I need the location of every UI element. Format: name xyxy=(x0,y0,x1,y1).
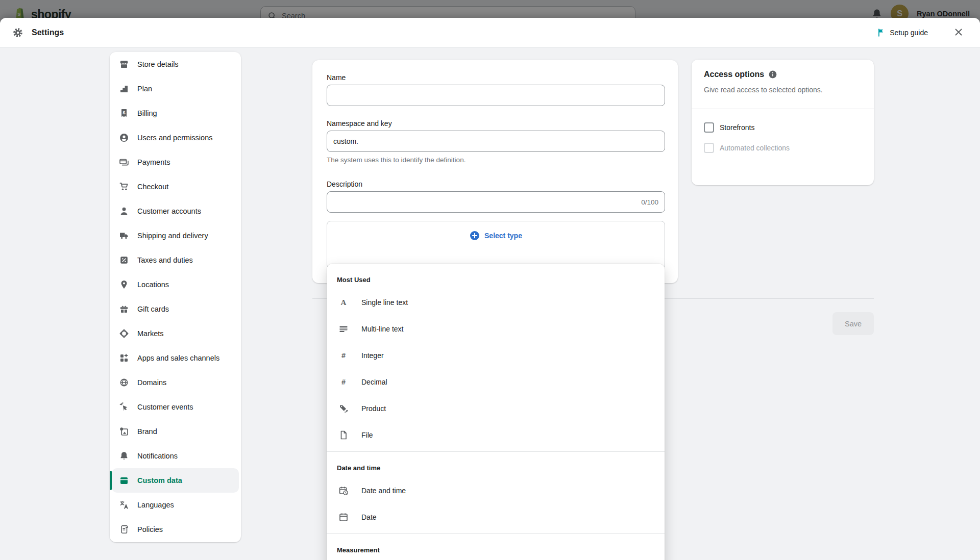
sidebar-item-label: Taxes and duties xyxy=(137,256,193,264)
checkbox-label: Storefronts xyxy=(720,123,754,132)
sidebar-item-label: Plan xyxy=(137,85,152,93)
sidebar-item-locations[interactable]: Locations xyxy=(110,272,241,297)
namespace-label: Namespace and key xyxy=(327,119,665,128)
character-counter: 0/100 xyxy=(641,198,658,206)
type-option-label: Date and time xyxy=(361,487,406,495)
apps-sales-channels-icon xyxy=(119,353,129,363)
sidebar-item-label: Customer accounts xyxy=(137,207,201,215)
sidebar-item-domains[interactable]: Domains xyxy=(110,370,241,395)
notifications-icon xyxy=(119,451,129,461)
sidebar-item-users-and-permissions[interactable]: Users and permissions xyxy=(110,125,241,150)
policies-icon xyxy=(119,524,129,534)
sidebar-item-label: Custom data xyxy=(137,476,182,485)
type-option-product[interactable]: Product xyxy=(327,395,665,422)
sidebar-item-shipping-and-delivery[interactable]: Shipping and delivery xyxy=(110,223,241,248)
type-option-single-line-text[interactable]: ASingle line text xyxy=(327,289,665,316)
checkout-icon xyxy=(119,182,129,192)
access-options-title: Access options xyxy=(704,70,764,79)
namespace-help-text: The system uses this to identify the def… xyxy=(327,156,665,164)
integer-icon: # xyxy=(338,350,349,361)
page-title: Settings xyxy=(32,28,64,37)
sidebar-item-custom-data[interactable]: Custom data xyxy=(112,468,239,493)
multi-line-text-icon xyxy=(338,324,349,334)
sidebar-item-plan[interactable]: Plan xyxy=(110,77,241,101)
sidebar-item-customer-events[interactable]: Customer events xyxy=(110,395,241,419)
store-details-icon xyxy=(119,59,129,69)
sidebar-item-label: Policies xyxy=(137,525,163,533)
sidebar-item-checkout[interactable]: Checkout xyxy=(110,174,241,199)
sidebar-item-taxes-and-duties[interactable]: Taxes and duties xyxy=(110,248,241,272)
sidebar-item-billing[interactable]: $Billing xyxy=(110,101,241,125)
type-select-container: Select type xyxy=(327,221,665,269)
sidebar-item-label: Brand xyxy=(137,427,157,436)
sidebar-item-payments[interactable]: Payments xyxy=(110,150,241,174)
sidebar-item-notifications[interactable]: Notifications xyxy=(110,444,241,468)
single-line-text-icon: A xyxy=(338,297,349,308)
settings-nav: Store detailsPlan$BillingUsers and permi… xyxy=(110,52,241,542)
type-section-header: Measurement xyxy=(327,540,665,559)
sidebar-item-customer-accounts[interactable]: Customer accounts xyxy=(110,199,241,223)
type-option-decimal[interactable]: #Decimal xyxy=(327,369,665,395)
type-option-label: Single line text xyxy=(361,298,408,307)
select-type-button[interactable]: Select type xyxy=(470,231,522,241)
setup-guide-button[interactable]: Setup guide xyxy=(876,28,928,37)
sidebar-item-label: Payments xyxy=(137,158,170,166)
sidebar-item-label: Markets xyxy=(137,329,164,338)
sidebar-item-store-details[interactable]: Store details xyxy=(110,52,241,77)
description-label: Description xyxy=(327,180,665,188)
file-icon xyxy=(338,430,349,440)
access-option-storefronts[interactable]: Storefronts xyxy=(704,120,862,135)
custom-data-icon xyxy=(119,475,129,486)
shipping-delivery-icon xyxy=(119,231,129,241)
save-button[interactable]: Save xyxy=(832,312,874,335)
sidebar-item-languages[interactable]: Languages xyxy=(110,493,241,517)
sidebar-item-label: Users and permissions xyxy=(137,134,212,142)
info-icon[interactable] xyxy=(768,70,777,79)
product-icon xyxy=(338,403,349,414)
sidebar-item-brand[interactable]: Brand xyxy=(110,419,241,444)
close-button[interactable] xyxy=(952,27,965,39)
selected-indicator xyxy=(110,471,112,490)
sidebar-item-label: Domains xyxy=(137,378,166,387)
type-option-integer[interactable]: #Integer xyxy=(327,342,665,369)
checkbox-label: Automated collections xyxy=(720,144,790,152)
brand-icon xyxy=(119,426,129,437)
type-option-multi-line-text[interactable]: Multi-line text xyxy=(327,316,665,342)
sidebar-item-label: Customer events xyxy=(137,403,193,411)
access-option-automated-collections: Automated collections xyxy=(704,141,862,155)
users-permissions-icon xyxy=(119,133,129,143)
type-section-date-and-time: Date and timeDate and timeDate xyxy=(327,451,665,533)
gear-icon xyxy=(12,27,23,38)
type-option-date[interactable]: Date xyxy=(327,504,665,530)
type-option-label: File xyxy=(361,431,373,439)
sidebar-item-markets[interactable]: Markets xyxy=(110,321,241,346)
sidebar-item-gift-cards[interactable]: Gift cards xyxy=(110,297,241,321)
access-options-card: Access options Give read access to selec… xyxy=(692,60,874,185)
name-input[interactable] xyxy=(327,85,665,106)
type-option-date-and-time[interactable]: Date and time xyxy=(327,477,665,504)
name-label: Name xyxy=(327,73,665,82)
type-option-label: Multi-line text xyxy=(361,325,403,333)
namespace-input[interactable] xyxy=(327,131,665,152)
select-type-label: Select type xyxy=(484,232,522,240)
markets-icon xyxy=(119,328,129,339)
customer-events-icon xyxy=(119,402,129,412)
description-input[interactable] xyxy=(333,198,641,206)
type-section-measurement: Measurement xyxy=(327,533,665,560)
type-option-file[interactable]: File xyxy=(327,422,665,448)
payments-icon xyxy=(119,157,129,167)
sidebar-item-label: Apps and sales channels xyxy=(137,354,219,362)
modal-header: Settings Setup guide xyxy=(0,18,980,47)
sidebar-item-policies[interactable]: Policies xyxy=(110,517,241,542)
svg-text:A: A xyxy=(341,298,347,307)
sidebar-item-label: Gift cards xyxy=(137,305,169,313)
sidebar-item-label: Checkout xyxy=(137,183,168,191)
close-icon xyxy=(953,27,964,38)
setup-guide-label: Setup guide xyxy=(890,29,928,37)
checkbox-storefronts[interactable] xyxy=(704,122,714,133)
type-section-most-used: Most UsedASingle line textMulti-line tex… xyxy=(327,264,665,451)
date-icon xyxy=(338,512,349,522)
sidebar-item-apps-and-sales-channels[interactable]: Apps and sales channels xyxy=(110,346,241,370)
sidebar-item-label: Languages xyxy=(137,501,174,509)
type-option-label: Decimal xyxy=(361,378,387,386)
